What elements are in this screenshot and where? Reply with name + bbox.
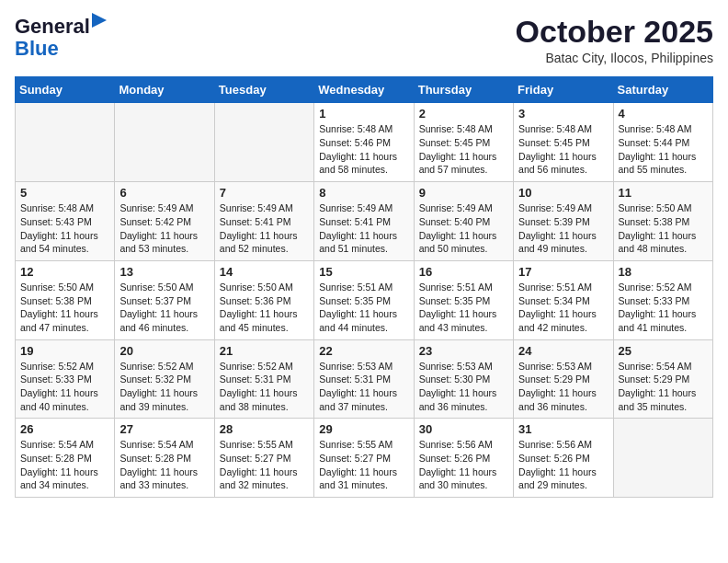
weekday-header-saturday: Saturday — [613, 77, 712, 103]
day-info: and 36 minutes. — [419, 400, 508, 414]
day-info: Sunrise: 5:55 AM — [319, 438, 408, 452]
location-subtitle: Batac City, Ilocos, Philippines — [516, 51, 713, 65]
day-number: 30 — [419, 422, 508, 436]
day-info: Daylight: 11 hours — [220, 386, 309, 400]
calendar-cell: 5Sunrise: 5:48 AMSunset: 5:43 PMDaylight… — [16, 182, 115, 261]
day-number: 7 — [220, 186, 309, 200]
day-info: Sunrise: 5:49 AM — [319, 201, 408, 215]
day-number: 24 — [518, 344, 608, 358]
calendar-cell: 1Sunrise: 5:48 AMSunset: 5:46 PMDaylight… — [314, 103, 414, 182]
day-info: Sunrise: 5:52 AM — [20, 360, 109, 373]
day-info: Sunset: 5:30 PM — [419, 373, 508, 386]
day-info: Sunrise: 5:50 AM — [119, 281, 209, 294]
day-info: and 41 minutes. — [619, 321, 708, 335]
calendar-week-5: 26Sunrise: 5:54 AMSunset: 5:28 PMDayligh… — [16, 419, 713, 498]
day-info: Sunset: 5:32 PM — [119, 373, 209, 386]
day-info: Sunrise: 5:53 AM — [518, 360, 608, 373]
calendar-cell: 24Sunrise: 5:53 AMSunset: 5:29 PMDayligh… — [514, 339, 613, 419]
day-info: Sunrise: 5:51 AM — [518, 281, 608, 294]
day-number: 15 — [319, 265, 408, 279]
logo-icon — [92, 13, 107, 33]
day-info: and 51 minutes. — [319, 242, 408, 256]
day-info: Sunset: 5:36 PM — [220, 294, 309, 308]
weekday-header-wednesday: Wednesday — [314, 77, 414, 103]
weekday-header-monday: Monday — [115, 77, 214, 103]
day-info: Sunset: 5:29 PM — [518, 373, 608, 386]
day-info: Daylight: 11 hours — [419, 386, 508, 400]
day-info: Daylight: 11 hours — [20, 386, 109, 400]
day-info: Sunrise: 5:49 AM — [518, 201, 608, 215]
calendar-cell: 4Sunrise: 5:48 AMSunset: 5:44 PMDaylight… — [613, 103, 712, 182]
day-info: Sunset: 5:46 PM — [319, 136, 408, 150]
day-info: Sunset: 5:39 PM — [518, 215, 608, 229]
day-info: Sunrise: 5:54 AM — [119, 438, 209, 452]
day-info: Daylight: 11 hours — [619, 307, 708, 321]
day-info: Sunrise: 5:50 AM — [220, 281, 309, 294]
calendar-cell: 9Sunrise: 5:49 AMSunset: 5:40 PMDaylight… — [414, 182, 513, 261]
day-info: and 48 minutes. — [619, 242, 708, 256]
day-info: Sunset: 5:33 PM — [20, 373, 109, 386]
day-info: and 38 minutes. — [220, 400, 309, 414]
day-info: Daylight: 11 hours — [319, 386, 408, 400]
day-number: 11 — [619, 186, 708, 200]
day-info: Sunrise: 5:56 AM — [419, 438, 508, 452]
day-number: 19 — [20, 344, 109, 358]
calendar-cell: 3Sunrise: 5:48 AMSunset: 5:45 PMDaylight… — [514, 103, 613, 182]
day-info: Sunrise: 5:50 AM — [619, 201, 708, 215]
calendar-cell — [613, 419, 712, 498]
day-info: and 52 minutes. — [220, 242, 309, 256]
day-info: and 40 minutes. — [20, 400, 109, 414]
day-info: and 54 minutes. — [20, 242, 109, 256]
weekday-header-thursday: Thursday — [414, 77, 513, 103]
day-info: Sunset: 5:33 PM — [619, 294, 708, 308]
day-info: Sunset: 5:45 PM — [518, 136, 608, 150]
day-number: 2 — [419, 107, 508, 121]
calendar-cell: 11Sunrise: 5:50 AMSunset: 5:38 PMDayligh… — [613, 182, 712, 261]
calendar-cell — [214, 103, 313, 182]
day-info: Daylight: 11 hours — [419, 229, 508, 243]
day-info: Sunset: 5:38 PM — [20, 294, 109, 308]
day-number: 28 — [220, 422, 309, 436]
day-info: Daylight: 11 hours — [119, 307, 209, 321]
day-info: Sunset: 5:31 PM — [220, 373, 309, 386]
day-info: Daylight: 11 hours — [220, 229, 309, 243]
logo-blue: Blue — [15, 37, 59, 61]
calendar-cell: 23Sunrise: 5:53 AMSunset: 5:30 PMDayligh… — [414, 339, 513, 419]
calendar-cell: 19Sunrise: 5:52 AMSunset: 5:33 PMDayligh… — [16, 339, 115, 419]
calendar-cell — [16, 103, 115, 182]
day-info: Daylight: 11 hours — [619, 229, 708, 243]
day-info: Sunset: 5:40 PM — [419, 215, 508, 229]
day-info: Daylight: 11 hours — [518, 150, 608, 164]
day-info: Daylight: 11 hours — [319, 229, 408, 243]
day-info: Daylight: 11 hours — [119, 229, 209, 243]
day-info: Sunset: 5:27 PM — [319, 452, 408, 465]
calendar-week-4: 19Sunrise: 5:52 AMSunset: 5:33 PMDayligh… — [16, 339, 713, 419]
calendar-cell: 2Sunrise: 5:48 AMSunset: 5:45 PMDaylight… — [414, 103, 513, 182]
day-info: Sunrise: 5:48 AM — [419, 122, 508, 136]
weekday-header-row: SundayMondayTuesdayWednesdayThursdayFrid… — [16, 77, 713, 103]
day-info: Sunrise: 5:56 AM — [518, 438, 608, 452]
day-number: 8 — [319, 186, 408, 200]
day-info: and 31 minutes. — [319, 478, 408, 492]
calendar-cell: 29Sunrise: 5:55 AMSunset: 5:27 PMDayligh… — [314, 419, 414, 498]
day-info: Daylight: 11 hours — [20, 307, 109, 321]
day-info: and 32 minutes. — [220, 478, 309, 492]
weekday-header-tuesday: Tuesday — [214, 77, 313, 103]
day-number: 18 — [619, 265, 708, 279]
calendar-week-1: 1Sunrise: 5:48 AMSunset: 5:46 PMDaylight… — [16, 103, 713, 182]
day-info: and 29 minutes. — [518, 478, 608, 492]
day-info: and 39 minutes. — [119, 400, 209, 414]
day-info: and 46 minutes. — [119, 321, 209, 335]
day-info: Sunrise: 5:55 AM — [220, 438, 309, 452]
calendar-cell: 27Sunrise: 5:54 AMSunset: 5:28 PMDayligh… — [115, 419, 214, 498]
day-info: Daylight: 11 hours — [319, 465, 408, 479]
day-info: and 42 minutes. — [518, 321, 608, 335]
calendar-cell: 18Sunrise: 5:52 AMSunset: 5:33 PMDayligh… — [613, 260, 712, 339]
day-info: Daylight: 11 hours — [619, 150, 708, 164]
day-info: Sunset: 5:41 PM — [220, 215, 309, 229]
day-info: Daylight: 11 hours — [319, 307, 408, 321]
day-info: Sunrise: 5:51 AM — [319, 281, 408, 294]
day-info: Daylight: 11 hours — [220, 307, 309, 321]
day-info: Sunrise: 5:51 AM — [419, 281, 508, 294]
day-info: and 36 minutes. — [518, 400, 608, 414]
